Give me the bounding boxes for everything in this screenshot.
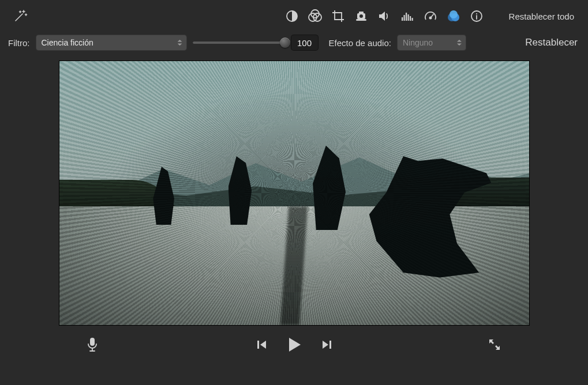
next-frame-button[interactable] bbox=[321, 339, 333, 350]
filter-controls-bar: Filtro: Ciencia ficción 100 Efecto de au… bbox=[0, 30, 588, 61]
magic-wand-button[interactable] bbox=[7, 5, 38, 28]
play-button[interactable] bbox=[287, 337, 302, 353]
audio-effect-dropdown[interactable]: Ninguno bbox=[397, 35, 466, 51]
play-icon bbox=[287, 337, 302, 353]
svg-rect-9 bbox=[403, 15, 405, 21]
equalizer-icon bbox=[400, 9, 414, 23]
volume-button[interactable] bbox=[373, 6, 396, 27]
clip-filter-button[interactable] bbox=[442, 6, 465, 27]
slider-fill bbox=[193, 41, 285, 44]
speed-button[interactable] bbox=[419, 6, 442, 27]
audio-effect-value: Ninguno bbox=[403, 38, 433, 47]
svg-point-17 bbox=[450, 10, 458, 18]
playback-controls bbox=[256, 337, 333, 353]
svg-point-19 bbox=[475, 13, 477, 14]
svg-rect-7 bbox=[356, 19, 366, 21]
svg-rect-5 bbox=[359, 12, 364, 14]
adjustments-toolbar: Restablecer todo bbox=[0, 0, 588, 30]
video-preview[interactable] bbox=[59, 61, 529, 325]
filter-intensity-slider[interactable] bbox=[193, 36, 285, 49]
stabilize-button[interactable] bbox=[350, 6, 373, 27]
svg-rect-10 bbox=[406, 13, 407, 21]
speed-icon bbox=[424, 9, 437, 23]
crop-icon bbox=[331, 9, 345, 23]
reset-button[interactable]: Restablecer bbox=[524, 36, 579, 50]
voiceover-record-button[interactable] bbox=[87, 337, 98, 352]
previous-frame-button[interactable] bbox=[256, 339, 267, 350]
video-filter-value: Ciencia ficción bbox=[42, 38, 93, 47]
svg-rect-8 bbox=[402, 17, 403, 21]
color-wheel-button[interactable] bbox=[304, 6, 327, 27]
color-balance-button[interactable] bbox=[280, 6, 304, 27]
video-filter-dropdown[interactable]: Ciencia ficción bbox=[36, 35, 187, 51]
info-icon bbox=[470, 9, 484, 23]
filter-label: Filtro: bbox=[8, 38, 30, 48]
filters-icon bbox=[446, 9, 461, 23]
svg-rect-13 bbox=[411, 18, 413, 21]
crop-button[interactable] bbox=[327, 6, 350, 27]
equalizer-button[interactable] bbox=[396, 6, 419, 27]
color-wheel-icon bbox=[308, 9, 323, 23]
info-button[interactable] bbox=[465, 6, 488, 27]
fullscreen-button[interactable] bbox=[488, 338, 501, 352]
reset-all-button[interactable]: Restablecer todo bbox=[504, 9, 579, 24]
audio-effect-label: Efecto de audio: bbox=[329, 38, 391, 48]
volume-icon bbox=[377, 9, 391, 23]
magic-wand-icon bbox=[13, 9, 28, 23]
color-balance-icon bbox=[285, 9, 299, 23]
svg-rect-22 bbox=[329, 341, 331, 349]
filter-intensity-value[interactable]: 100 bbox=[291, 35, 319, 51]
svg-rect-11 bbox=[407, 14, 409, 21]
svg-rect-21 bbox=[257, 341, 259, 349]
slider-knob[interactable] bbox=[280, 37, 290, 48]
svg-point-6 bbox=[359, 14, 363, 18]
svg-rect-12 bbox=[410, 16, 411, 21]
svg-rect-20 bbox=[90, 338, 95, 346]
microphone-icon bbox=[87, 337, 98, 352]
fullscreen-icon bbox=[488, 338, 501, 352]
stabilize-icon bbox=[354, 9, 368, 23]
viewer-container bbox=[0, 61, 588, 325]
next-frame-icon bbox=[321, 339, 333, 350]
transport-bar bbox=[0, 329, 588, 361]
previous-frame-icon bbox=[256, 339, 267, 350]
